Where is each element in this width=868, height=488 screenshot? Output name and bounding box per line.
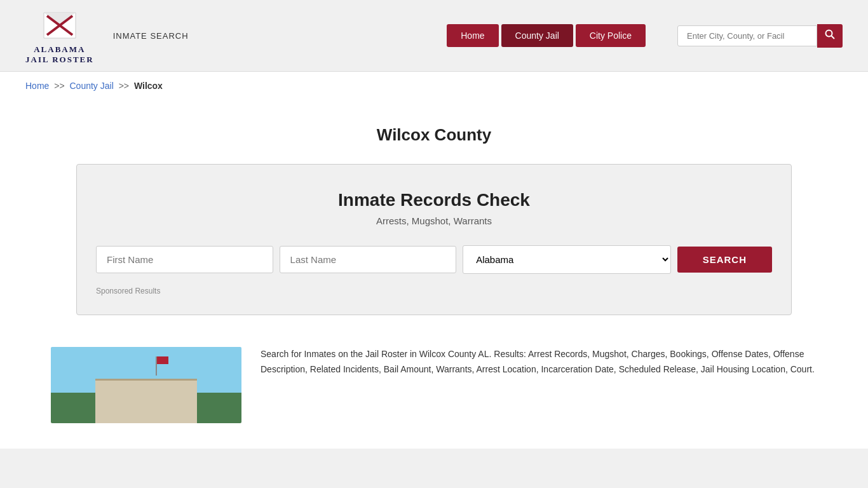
- logo-text-line2: JAIL ROSTER: [25, 55, 94, 65]
- header-search-area: [677, 24, 843, 48]
- nav-city-police-button[interactable]: City Police: [576, 24, 646, 47]
- header-search-input[interactable]: [677, 25, 817, 46]
- svg-point-4: [826, 30, 832, 37]
- breadcrumb-county-jail-link[interactable]: County Jail: [70, 81, 114, 91]
- breadcrumb-current: Wilcox: [134, 81, 163, 91]
- search-icon: [825, 29, 835, 39]
- inmate-search-link[interactable]: INMATE SEARCH: [113, 31, 189, 41]
- main-nav: Home County Jail City Police: [447, 24, 646, 47]
- records-check-subtitle: Arrests, Mugshot, Warrants: [96, 215, 772, 226]
- inmate-search-form: Alabama Alaska Arizona Arkansas Californ…: [96, 245, 772, 274]
- svg-line-5: [832, 36, 835, 39]
- jail-description: Search for Inmates on the Jail Roster in…: [261, 347, 817, 377]
- records-check-box: Inmate Records Check Arrests, Mugshot, W…: [76, 164, 792, 315]
- logo-text-line1: ALABAMA: [34, 44, 85, 55]
- first-name-input[interactable]: [96, 246, 273, 273]
- sponsored-label: Sponsored Results: [96, 287, 772, 295]
- inmate-search-button[interactable]: SEARCH: [677, 247, 772, 273]
- header-search-button[interactable]: [817, 24, 843, 48]
- state-select[interactable]: Alabama Alaska Arizona Arkansas Californ…: [463, 245, 671, 274]
- page-title: Wilcox County: [25, 125, 843, 145]
- bottom-section: Search for Inmates on the Jail Roster in…: [25, 334, 843, 436]
- breadcrumb: Home >> County Jail >> Wilcox: [0, 72, 868, 100]
- records-check-title: Inmate Records Check: [96, 190, 772, 210]
- flag-pole: [156, 356, 157, 376]
- jail-image: [51, 347, 241, 423]
- nav-county-jail-button[interactable]: County Jail: [501, 24, 573, 47]
- nav-home-button[interactable]: Home: [447, 24, 498, 47]
- breadcrumb-sep2: >>: [119, 81, 129, 91]
- breadcrumb-sep1: >>: [54, 81, 64, 91]
- last-name-input[interactable]: [280, 246, 457, 273]
- main-content: Wilcox County Inmate Records Check Arres…: [0, 100, 868, 449]
- jail-building: [95, 379, 197, 423]
- logo-icon: [41, 6, 79, 44]
- logo-link[interactable]: ALABAMA JAIL ROSTER: [25, 6, 94, 65]
- breadcrumb-home-link[interactable]: Home: [25, 81, 49, 91]
- site-header: ALABAMA JAIL ROSTER INMATE SEARCH Home C…: [0, 0, 868, 72]
